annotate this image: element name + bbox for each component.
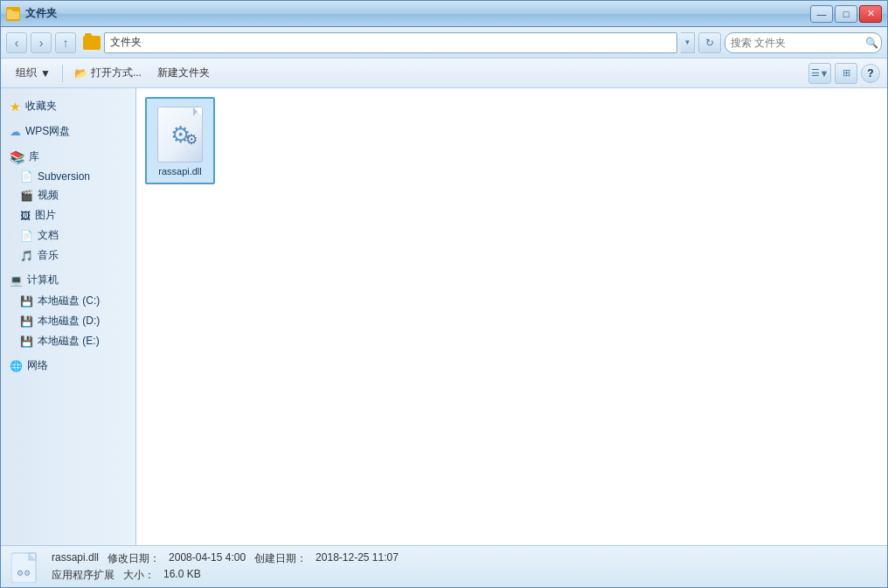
status-size-label: 大小： [123,568,155,583]
video-icon: 🎬 [20,190,33,202]
search-icon[interactable]: 🔍 [865,37,878,49]
music-icon: 🎵 [20,250,33,262]
organize-dropdown-icon: ▼ [40,67,51,80]
status-info: rassapi.dll 修改日期： 2008-04-15 4:00 创建日期： … [52,551,399,583]
open-with-button[interactable]: 📂 打开方式... [66,62,149,84]
toolbar-separator-1 [62,65,63,82]
network-icon: 🌐 [10,360,23,372]
open-with-label: 打开方式... [91,66,142,80]
view-dropdown-icon: ▼ [820,68,829,79]
folder-title-icon [6,7,20,21]
address-folder-icon [83,36,101,50]
network-label: 网络 [27,358,48,373]
status-modified-label: 修改日期： [108,551,160,566]
sidebar-item-drive-e[interactable]: 💾 本地磁盘 (E:) [1,331,135,351]
minimize-button[interactable]: — [810,5,833,23]
forward-button[interactable]: › [31,32,52,53]
dll-file-icon: ⚙ ⚙ [157,107,203,163]
computer-header[interactable]: 💻 计算机 [1,269,135,291]
refresh-button[interactable]: ↻ [698,32,721,53]
network-header[interactable]: 🌐 网络 [1,355,135,377]
gear-small-icon: ⚙ [185,131,198,148]
computer-icon: 💻 [10,274,23,287]
images-icon: 🖼 [20,210,31,222]
sidebar-item-images[interactable]: 🖼 图片 [1,205,135,225]
main-content: ★ 收藏夹 ☁ WPS网盘 📚 库 📄 Subversion [1,88,887,545]
file-name: rassapi.dll [158,165,202,177]
sidebar-item-documents[interactable]: 📄 文档 [1,225,135,246]
status-modified-value: 2008-04-15 4:00 [169,551,246,566]
view-button[interactable]: ☰ ▼ [808,63,831,84]
search-box: 🔍 [725,32,882,53]
status-row-1: rassapi.dll 修改日期： 2008-04-15 4:00 创建日期： … [52,551,399,566]
sidebar: ★ 收藏夹 ☁ WPS网盘 📚 库 📄 Subversion [1,88,136,545]
drive-e-icon: 💾 [20,336,33,348]
images-label: 图片 [35,208,56,223]
computer-label: 计算机 [27,273,59,287]
address-bar: ‹ › ↑ 文件夹 ▼ ↻ 🔍 [1,27,887,59]
search-input[interactable] [731,37,862,49]
drive-c-icon: 💾 [20,295,33,308]
svg-rect-1 [7,10,12,13]
drive-e-label: 本地磁盘 (E:) [38,334,100,349]
status-type: 应用程序扩展 [52,568,114,583]
documents-icon: 📄 [20,230,33,242]
drive-d-icon: 💾 [20,315,33,328]
sidebar-item-video[interactable]: 🎬 视频 [1,185,135,205]
music-label: 音乐 [38,248,59,263]
wps-label: WPS网盘 [25,124,70,139]
favorites-label: 收藏夹 [25,99,57,114]
view-icon: ☰ [811,67,820,79]
title-bar-left: 文件夹 [6,6,57,21]
address-dropdown[interactable]: ▼ [681,32,695,53]
favorites-header[interactable]: ★ 收藏夹 [1,95,135,117]
status-bar: ⚙⚙ rassapi.dll 修改日期： 2008-04-15 4:00 创建日… [1,545,887,587]
library-icon: 📚 [10,150,24,164]
star-icon: ★ [10,100,21,114]
file-icon-container: ⚙ ⚙ [154,104,206,165]
computer-section: 💻 计算机 💾 本地磁盘 (C:) 💾 本地磁盘 (D:) 💾 本地磁盘 (E:… [1,269,135,351]
sidebar-item-music[interactable]: 🎵 音乐 [1,246,135,266]
up-button[interactable]: ↑ [55,32,76,53]
status-created-value: 2018-12-25 11:07 [316,551,399,566]
title-bar: 文件夹 — □ ✕ [1,1,887,27]
close-button[interactable]: ✕ [859,5,882,23]
favorites-section: ★ 收藏夹 [1,95,135,117]
svg-text:⚙⚙: ⚙⚙ [17,569,31,578]
wps-section: ☁ WPS网盘 [1,121,135,142]
help-button[interactable]: ? [861,64,880,83]
status-file-icon: ⚙⚙ [10,551,41,583]
address-input[interactable]: 文件夹 [104,32,677,53]
title-bar-controls: — □ ✕ [810,5,882,23]
subversion-icon: 📄 [20,170,33,183]
drive-d-label: 本地磁盘 (D:) [38,314,100,329]
sidebar-item-subversion[interactable]: 📄 Subversion [1,168,135,185]
gear-overlay: ⚙ ⚙ [170,123,191,146]
sidebar-item-drive-c[interactable]: 💾 本地磁盘 (C:) [1,291,135,311]
status-created-label: 创建日期： [254,551,307,566]
library-header[interactable]: 📚 库 [1,146,135,168]
sidebar-item-drive-d[interactable]: 💾 本地磁盘 (D:) [1,311,135,331]
toolbar: 组织 ▼ 📂 打开方式... 新建文件夹 ☰ ▼ ⊞ ? [1,59,887,88]
documents-label: 文档 [38,228,59,243]
organize-button[interactable]: 组织 ▼ [8,62,59,84]
status-filename: rassapi.dll [52,551,99,566]
new-folder-button[interactable]: 新建文件夹 [149,62,218,84]
status-size-value: 16.0 KB [163,568,201,583]
pane-button[interactable]: ⊞ [835,63,857,84]
file-area: ⚙ ⚙ rassapi.dll [136,88,887,545]
video-label: 视频 [38,188,59,203]
organize-label: 组织 [16,66,37,80]
library-label: 库 [29,149,39,164]
wps-header[interactable]: ☁ WPS网盘 [1,121,135,142]
status-row-2: 应用程序扩展 大小： 16.0 KB [52,568,399,583]
window-title: 文件夹 [25,6,57,21]
maximize-button[interactable]: □ [835,5,857,23]
network-section: 🌐 网络 [1,355,135,377]
address-path: 文件夹 [110,35,142,50]
file-item-rassapi[interactable]: ⚙ ⚙ rassapi.dll [145,97,215,184]
cloud-icon: ☁ [10,125,21,138]
subversion-label: Subversion [38,170,90,183]
back-button[interactable]: ‹ [6,32,27,53]
window: 文件夹 — □ ✕ ‹ › ↑ 文件夹 ▼ ↻ 🔍 组织 ▼ 📂 打开方式 [0,0,888,588]
